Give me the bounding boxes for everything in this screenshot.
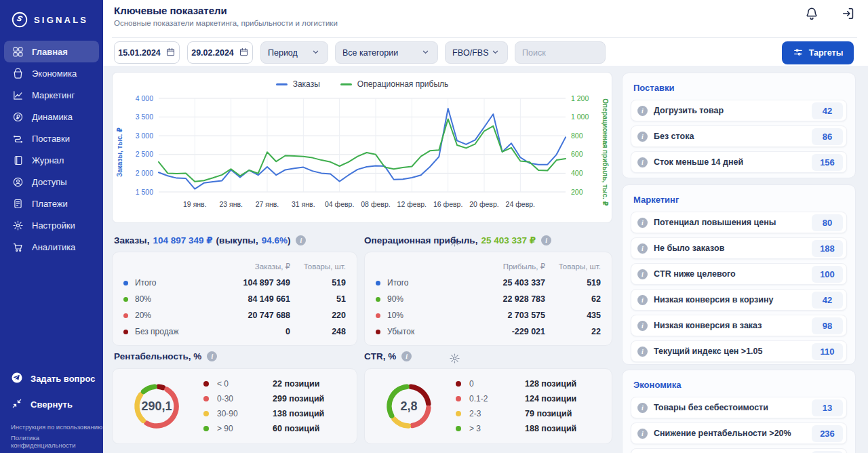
alert-count: 98	[812, 317, 843, 334]
alert-label: Снижение рентабельности >20%	[654, 429, 806, 438]
info-icon[interactable]: i	[541, 235, 551, 245]
svg-text:600: 600	[571, 150, 583, 158]
info-icon[interactable]: i	[207, 351, 217, 361]
sidebar-item-динамика[interactable]: Динамика	[4, 106, 99, 127]
date-to-input[interactable]: 29.02.2024	[187, 41, 253, 64]
users-icon	[12, 176, 24, 188]
privacy-policy-link[interactable]: Политика конфиденциальности	[11, 434, 103, 449]
legend-item-profit[interactable]: Операционная прибыль	[340, 79, 449, 89]
series-color-dot	[376, 313, 380, 318]
legend-swatch	[340, 83, 352, 85]
segment-color-dot	[203, 411, 209, 416]
notifications-bell-icon[interactable]	[804, 6, 819, 21]
row-label: 10%	[387, 311, 443, 320]
scheme-select[interactable]: FBO/FBS	[445, 41, 508, 64]
info-icon[interactable]: i	[296, 235, 306, 245]
info-icon[interactable]: i	[637, 295, 648, 305]
alert-row[interactable]: iСнижение рентабельности >20%236	[631, 422, 847, 444]
row-qty: 435	[545, 311, 601, 320]
alert-label: Низкая конверсия в заказ	[654, 321, 806, 330]
svg-text:19 янв.: 19 янв.	[183, 200, 207, 208]
segment-color-dot	[456, 426, 461, 431]
segment-range: > 3	[469, 424, 525, 433]
legend-swatch	[276, 83, 288, 85]
info-icon[interactable]: i	[637, 157, 648, 168]
info-icon[interactable]: i	[637, 403, 648, 413]
donut-gauge: 2,8	[385, 382, 433, 430]
alert-row[interactable]: iТовары без себестоимости13	[631, 397, 847, 418]
info-icon[interactable]: i	[637, 132, 648, 142]
info-icon[interactable]: i	[637, 243, 648, 254]
segment-range: < 0	[217, 379, 273, 389]
series-color-dot	[376, 281, 380, 285]
alert-row[interactable]: iРентабельность ниже целевой390	[631, 448, 847, 453]
sidebar-item-маркетинг[interactable]: Маркетинг	[4, 84, 99, 106]
segment-count: 299 позиций	[273, 394, 324, 403]
ask-question-button[interactable]: Задать вопрос	[11, 372, 103, 386]
sidebar-item-аналитика[interactable]: Аналитика	[4, 236, 99, 258]
row-label: 80%	[135, 294, 189, 304]
info-icon[interactable]: i	[401, 351, 412, 361]
sidebar-item-доступы[interactable]: Доступы	[4, 171, 99, 193]
sidebar-item-настройки[interactable]: Настройки	[4, 214, 99, 236]
alerts-card-title: Маркетинг	[633, 195, 847, 205]
margin-settings-gear-icon[interactable]	[449, 353, 460, 364]
alert-row[interactable]: iПотенциал повышения цены80	[631, 212, 847, 233]
sidebar-item-журнал[interactable]: Журнал	[4, 149, 99, 171]
date-from-input[interactable]: 15.01.2024	[114, 41, 180, 64]
donut-legend-row: 2-379 позиций	[456, 406, 599, 421]
alert-row[interactable]: iСток меньше 14 дней156	[631, 151, 847, 173]
gear-icon	[12, 220, 24, 231]
info-icon[interactable]: i	[637, 218, 648, 228]
alert-count: 156	[812, 154, 843, 171]
alert-label: CTR ниже целевого	[654, 269, 806, 279]
sidebar-item-поставки[interactable]: Поставки	[4, 127, 99, 149]
row-value: 104 897 349	[189, 278, 290, 288]
main-area: Ключевые показатели Основные показатели …	[103, 0, 868, 453]
svg-text:200: 200	[571, 188, 583, 196]
cart-icon	[12, 241, 24, 253]
ctr-section-title: CTR, % i	[364, 351, 412, 361]
alert-row[interactable]: iДогрузить товар42	[631, 100, 847, 121]
collapse-sidebar-button[interactable]: Свернуть	[11, 397, 103, 412]
svg-text:16 февр.: 16 февр.	[433, 200, 462, 208]
alert-row[interactable]: iТекущий индекс цен >1.05110	[631, 340, 847, 362]
alert-row[interactable]: iНе было заказов188	[631, 237, 847, 259]
categories-select[interactable]: Все категории	[335, 41, 438, 64]
segment-color-dot	[456, 411, 461, 416]
targets-button[interactable]: Таргеты	[782, 41, 854, 64]
segment-count: 60 позиций	[273, 424, 319, 433]
alert-row[interactable]: iНизкая конверсия в заказ98	[631, 315, 847, 336]
svg-text:1 500: 1 500	[136, 188, 153, 196]
table-header: Прибыль, ₽Товары, шт.	[376, 258, 601, 275]
alert-row[interactable]: iБез стока86	[631, 125, 847, 147]
legend-item-orders[interactable]: Заказы	[276, 79, 320, 89]
categories-select-value: Все категории	[342, 48, 398, 58]
sidebar-item-главная[interactable]: Главная	[4, 41, 99, 62]
info-icon[interactable]: i	[637, 429, 648, 439]
column-header: Товары, шт.	[545, 262, 601, 271]
info-icon[interactable]: i	[637, 106, 648, 116]
row-label: 90%	[387, 294, 443, 304]
info-icon[interactable]: i	[637, 269, 648, 279]
sidebar-menu: ГлавнаяЭкономикаМаркетингДинамикаПоставк…	[0, 41, 103, 258]
sidebar-item-label: Экономика	[32, 68, 77, 79]
column-header: Заказы, ₽	[189, 262, 290, 271]
search-input[interactable]	[515, 48, 605, 58]
svg-text:400: 400	[571, 169, 583, 177]
sidebar-item-экономика[interactable]: Экономика	[4, 62, 99, 84]
page-title: Ключевые показатели	[114, 5, 227, 16]
info-icon[interactable]: i	[637, 321, 648, 331]
period-select[interactable]: Период	[260, 41, 328, 64]
svg-text:1 200: 1 200	[571, 94, 589, 102]
table-header: Заказы, ₽Товары, шт.	[123, 258, 346, 275]
instruction-link[interactable]: Инструкция по использованию	[11, 423, 103, 431]
alert-row[interactable]: iCTR ниже целевого100	[631, 263, 847, 285]
info-icon[interactable]: i	[637, 347, 648, 357]
alert-label: Не было заказов	[654, 243, 806, 253]
logout-icon[interactable]	[841, 6, 856, 21]
sidebar-item-платежи[interactable]: Платежи	[4, 193, 99, 214]
alert-row[interactable]: iНизкая конверсия в корзину42	[631, 289, 847, 311]
sidebar-footer: Задать вопрос Свернуть Инструкция по исп…	[0, 372, 103, 453]
alert-label: Текущий индекс цен >1.05	[654, 347, 806, 356]
